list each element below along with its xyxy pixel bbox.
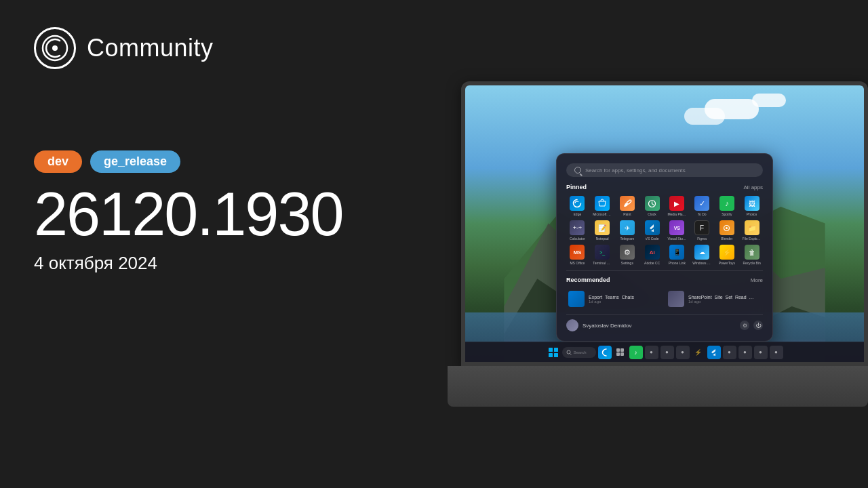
msoffice-label: MS Office xyxy=(570,261,585,265)
app-explorer[interactable]: 📁 File Explorer xyxy=(741,220,763,241)
app-telegram[interactable]: ✈ Telegram xyxy=(616,220,639,241)
taskbar-icon3[interactable]: ● xyxy=(676,346,690,359)
settings-label: Settings xyxy=(621,261,633,265)
start-search-placeholder: Search for apps, settings, and documents xyxy=(585,167,686,174)
spotify-label: Spotify xyxy=(722,212,732,216)
rec-icon-1 xyxy=(568,291,585,307)
photos-icon: 🖼 xyxy=(745,196,760,211)
clock-label: Clock xyxy=(648,212,656,216)
app-notepad[interactable]: 📝 Notepad xyxy=(591,220,614,241)
rec-icon-2 xyxy=(668,291,684,307)
app-powertoys[interactable]: ⚡ PowerToys xyxy=(716,245,738,265)
badge-release: ge_release xyxy=(90,150,180,173)
vscode-icon xyxy=(645,220,660,235)
left-panel: Community dev ge_release 26120.1930 4 ок… xyxy=(0,0,434,488)
app-recycle[interactable]: 🗑 Recycle Bin xyxy=(741,245,763,265)
rec-item-2[interactable]: SharePoint_Site_Set_Read_Only_All 1d ago xyxy=(666,289,763,309)
rec-text-2: SharePoint_Site_Set_Read_Only_All 1d ago xyxy=(688,295,756,304)
settings-user-icon[interactable]: ⚙ xyxy=(740,321,749,330)
app-windows365[interactable]: ☁ Windows 365 xyxy=(691,245,713,265)
user-info[interactable]: Svyatoslav Demidov xyxy=(566,319,631,331)
app-settings[interactable]: ⚙ Settings xyxy=(616,245,639,265)
media-icon: ▶ xyxy=(669,196,684,211)
app-store[interactable]: Microsoft Store xyxy=(591,196,614,216)
rec-text-1: Export_Teams_Chats 1d ago xyxy=(589,295,634,304)
app-todo[interactable]: ✓ To Do xyxy=(691,196,713,216)
taskbar-icon4[interactable]: ⚡ xyxy=(692,346,705,359)
recommended-label: Recommended xyxy=(566,277,610,283)
figma-label: Figma xyxy=(697,237,707,241)
taskbar-taskview[interactable] xyxy=(614,346,627,359)
taskbar-icon1[interactable]: ● xyxy=(645,346,658,359)
terminal-label: Terminal Preview xyxy=(593,261,612,265)
screen-content: Search for apps, settings, and documents… xyxy=(465,85,864,362)
taskbar-icon7[interactable]: ● xyxy=(754,346,768,359)
svg-rect-18 xyxy=(616,352,620,356)
svg-point-9 xyxy=(726,227,728,229)
app-clock[interactable]: Clock xyxy=(641,196,663,216)
pinned-section: Pinned All apps Edge xyxy=(566,184,763,265)
app-phonelink[interactable]: 📱 Phone Link xyxy=(666,245,688,265)
app-terminal[interactable]: >_ Terminal Preview xyxy=(591,245,614,265)
app-msoffice[interactable]: MS MS Office xyxy=(566,245,589,265)
app-spotify[interactable]: ♪ Spotify xyxy=(716,196,738,216)
app-grid-row2: +-÷ Calculator 📝 Notepad ✈ Telegram xyxy=(566,220,763,241)
taskbar-windows-btn[interactable] xyxy=(547,346,560,359)
logo-area: Community xyxy=(34,27,400,69)
app-vscode[interactable]: VS Code xyxy=(641,220,663,241)
taskbar-vscode[interactable] xyxy=(707,346,721,359)
app-photos[interactable]: 🖼 Photos xyxy=(741,196,763,216)
phonelink-icon: 📱 xyxy=(669,245,684,260)
app-edge[interactable]: Edge xyxy=(566,196,589,216)
app-blender[interactable]: Blender xyxy=(716,220,738,241)
clock-icon xyxy=(645,196,660,211)
blender-icon xyxy=(719,220,734,235)
start-search-icon xyxy=(574,167,581,174)
taskbar-icon2[interactable]: ● xyxy=(660,346,674,359)
vstudio-icon: VS xyxy=(669,220,684,235)
app-adobe[interactable]: Ai Adobe CC xyxy=(641,245,663,265)
taskbar-icon5[interactable]: ● xyxy=(723,346,736,359)
rec-time-2: 1d ago xyxy=(688,300,756,304)
more-link[interactable]: More xyxy=(751,277,763,283)
taskbar-icon8[interactable]: ● xyxy=(770,346,783,359)
start-search-bar[interactable]: Search for apps, settings, and documents xyxy=(566,163,763,177)
recommended-section: Recommended More Export_Teams_Chats 1d a… xyxy=(566,270,763,309)
user-name: Svyatoslav Demidov xyxy=(583,323,631,329)
app-vstudio[interactable]: VS Visual Studio xyxy=(666,220,688,241)
svg-rect-16 xyxy=(616,348,620,352)
user-bar: Svyatoslav Demidov ⚙ ⏻ xyxy=(566,314,763,331)
app-calc[interactable]: +-÷ Calculator xyxy=(566,220,589,241)
taskbar-search[interactable]: Search xyxy=(562,347,596,358)
photos-label: Photos xyxy=(747,212,757,216)
svg-rect-19 xyxy=(620,352,624,356)
taskbar-search-text: Search xyxy=(574,350,587,354)
version-number: 26120.1930 xyxy=(34,184,400,245)
taskbar-icon6[interactable]: ● xyxy=(738,346,752,359)
rec-item-1[interactable]: Export_Teams_Chats 1d ago xyxy=(566,289,663,309)
svg-rect-11 xyxy=(554,348,558,352)
taskbar-spotify[interactable]: ♪ xyxy=(629,346,643,359)
rec-name-1: Export_Teams_Chats xyxy=(589,295,634,300)
media-label: Media Player xyxy=(667,212,686,216)
app-media[interactable]: ▶ Media Player xyxy=(666,196,688,216)
rec-name-2: SharePoint_Site_Set_Read_Only_All xyxy=(688,295,756,300)
app-figma[interactable]: F Figma xyxy=(691,220,713,241)
blender-label: Blender xyxy=(721,237,732,241)
all-apps-link[interactable]: All apps xyxy=(744,184,763,190)
badges-container: dev ge_release xyxy=(34,150,400,173)
taskbar-edge[interactable] xyxy=(598,346,612,359)
phonelink-label: Phone Link xyxy=(669,261,686,265)
recommended-items: Export_Teams_Chats 1d ago SharePoint_Sit… xyxy=(566,289,763,309)
edge-label: Edge xyxy=(574,212,582,216)
svg-rect-17 xyxy=(620,348,624,352)
app-paint[interactable]: 🖌 Paint xyxy=(616,196,639,216)
paint-icon: 🖌 xyxy=(620,196,635,211)
store-label: Microsoft Store xyxy=(593,212,612,216)
vstudio-label: Visual Studio xyxy=(667,237,686,241)
vscode-label: VS Code xyxy=(646,237,659,241)
svg-point-14 xyxy=(567,350,570,354)
pinned-header: Pinned All apps xyxy=(566,184,763,190)
power-icon[interactable]: ⏻ xyxy=(753,321,763,330)
user-action-icons: ⚙ ⏻ xyxy=(740,321,763,330)
